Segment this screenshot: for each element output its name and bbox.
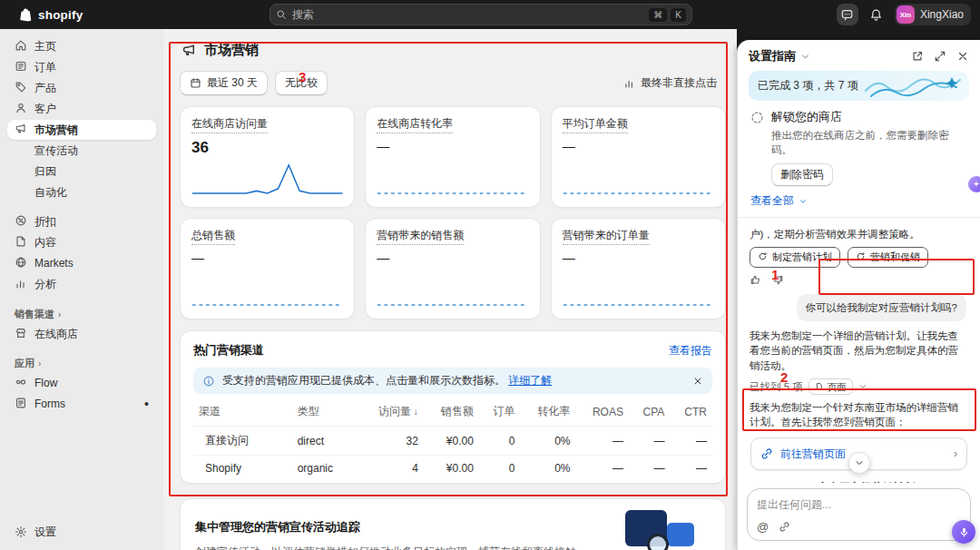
sidekick-toggle-button[interactable] xyxy=(837,4,858,25)
campaigns-promo-card: 集中管理您的营销宣传活动追踪 创建宣传活动，以评估营销举措如何推动业务目标的实现… xyxy=(180,498,726,550)
column-header[interactable]: 类型 xyxy=(292,398,359,427)
column-header[interactable]: 渠道 xyxy=(193,398,292,427)
sidebar-item-label: 设置 xyxy=(34,525,56,540)
column-header[interactable]: 销售额 xyxy=(424,398,479,427)
topbar: shopify 搜索 ⌘K Xin XingXiao xyxy=(0,0,980,29)
column-header[interactable]: CTR xyxy=(670,398,712,427)
date-range-button[interactable]: 最近 30 天 xyxy=(180,71,268,95)
sidebar-item-discounts[interactable]: 折扣 xyxy=(7,211,156,231)
remove-password-button[interactable]: 删除密码 xyxy=(771,163,833,186)
notifications-button[interactable] xyxy=(866,4,887,25)
suggestion-chip[interactable]: 营销和促销 xyxy=(848,247,928,268)
column-header[interactable]: 访问量 ↓ xyxy=(359,398,424,427)
banner-text: 受支持的营销应用现已提供成本、点击量和展示次数指标。 详细了解 xyxy=(222,373,552,388)
sidebar-item-orders[interactable]: 订单 xyxy=(7,57,156,77)
sidebar-item-label: 内容 xyxy=(34,235,56,250)
metric-card: 在线商店转化率— xyxy=(365,106,540,208)
sidebar-item-marketing[interactable]: 市场营销 xyxy=(7,120,156,140)
task-unlock-store[interactable]: 解锁您的商店 推出您的在线商店之前，您需要删除密码。 删除密码 xyxy=(738,101,980,186)
view-report-link[interactable]: 查看报告 xyxy=(669,343,712,358)
metric-title: 平均订单金额 xyxy=(563,116,628,133)
sidebar-item-flow[interactable]: Flow xyxy=(7,373,156,393)
sidebar-item-automations[interactable]: 自动化 xyxy=(7,182,156,202)
attach-link-icon[interactable] xyxy=(779,521,790,533)
close-panel-icon[interactable] xyxy=(956,50,969,63)
top-channels-card: 热门营销渠道 查看报告 受支持的营销应用现已提供成本、点击量和展示次数指标。 详… xyxy=(180,330,726,484)
column-header[interactable]: ROAS xyxy=(576,398,629,427)
megaphone-icon xyxy=(181,43,197,58)
link-icon xyxy=(760,447,773,460)
table-row[interactable]: 直接访问direct32¥0.0000%——— xyxy=(193,427,712,456)
global-search-input[interactable]: 搜索 ⌘K xyxy=(270,4,692,25)
sidebar-item-analytics[interactable]: 分析 xyxy=(7,274,156,294)
open-in-new-icon[interactable] xyxy=(911,50,924,63)
comparison-button[interactable]: 无比较 xyxy=(275,71,328,95)
search-result-summary[interactable]: 已找到 5 项 页面 xyxy=(750,378,968,396)
voice-input-button[interactable] xyxy=(952,520,975,544)
brand-wordmark: shopify xyxy=(38,8,83,22)
sidebar-item-label: 主页 xyxy=(34,39,56,54)
sidebar-section-apps[interactable]: 应用› xyxy=(7,353,156,373)
sidebar-item-label: 市场营销 xyxy=(34,123,78,138)
user-menu[interactable]: Xin XingXiao xyxy=(895,4,971,25)
markets-icon xyxy=(15,256,27,271)
table-cell: ¥0.00 xyxy=(424,427,479,456)
sidebar-item-label: 客户 xyxy=(34,102,56,117)
sidebar-item-products[interactable]: 产品 xyxy=(7,78,156,98)
sidebar-item-customers[interactable]: 客户 xyxy=(7,99,156,119)
sidebar-item-markets[interactable]: Markets xyxy=(7,253,156,273)
metric-card: 平均订单金额— xyxy=(551,106,726,208)
main-content: 市场营销 最近 30 天 无比较 最终非直接点击 在线商店访问量36在线商店转化… xyxy=(163,29,737,550)
promo-body: 创建宣传活动，以评估营销举措如何推动业务目标的实现。捕获在线和离线接触点，从多个… xyxy=(195,544,585,550)
shopify-logo[interactable]: shopify xyxy=(9,7,163,23)
column-header[interactable]: CPA xyxy=(629,398,670,427)
chevron-down-icon[interactable] xyxy=(800,52,810,62)
column-header[interactable]: 转化率 xyxy=(521,398,576,427)
thumbs-down-icon[interactable] xyxy=(772,274,784,286)
table-cell: 0 xyxy=(479,427,521,456)
shopify-admin: shopify 搜索 ⌘K Xin XingXiao 主页订单产品客户市场营销宣… xyxy=(0,0,980,550)
attribution-label: 最终非直接点击 xyxy=(641,75,717,91)
scroll-to-bottom-button[interactable] xyxy=(848,452,870,474)
metric-title: 总销售额 xyxy=(191,228,235,245)
chevron-down-icon xyxy=(854,457,865,468)
expand-icon[interactable] xyxy=(934,50,946,63)
suggestion-chip[interactable]: 制定营销计划 xyxy=(750,247,840,268)
mention-button[interactable]: @ xyxy=(757,520,769,534)
info-banner: 受支持的营销应用现已提供成本、点击量和展示次数指标。 详细了解 xyxy=(193,368,712,394)
sidebar-item-label: Forms xyxy=(34,398,65,410)
sidebar-item-forms[interactable]: Forms• xyxy=(7,394,156,414)
refresh-icon xyxy=(856,251,866,263)
chevron-down-icon xyxy=(799,197,808,206)
metric-value: 36 xyxy=(191,139,343,157)
table-row[interactable]: Shopifyorganic4¥0.0000%——— xyxy=(193,456,712,482)
learn-more-link[interactable]: 详细了解 xyxy=(508,374,552,387)
task-description: 推出您的在线商店之前，您需要删除密码。 xyxy=(771,128,966,157)
sidebar-item-home[interactable]: 主页 xyxy=(7,36,156,56)
chevron-right-icon: › xyxy=(954,449,957,458)
column-header[interactable]: 订单 xyxy=(479,398,521,427)
metric-sparkline xyxy=(191,271,343,311)
analytics-icon xyxy=(15,277,27,292)
chat-composer[interactable]: 提出任何问题... @ xyxy=(747,488,971,541)
sidebar-item-online-store[interactable]: 在线商店 xyxy=(7,324,156,344)
attribution-model-button[interactable]: 最终非直接点击 xyxy=(614,72,726,94)
metric-sparkline xyxy=(377,160,528,200)
banner-close-icon[interactable] xyxy=(692,376,703,387)
sidebar-item-content[interactable]: 内容 xyxy=(7,232,156,252)
sidebar-item-campaigns[interactable]: 宣传活动 xyxy=(7,141,156,161)
sidekick-avatar[interactable] xyxy=(966,174,980,194)
sidebar-section-sales-channels[interactable]: 销售渠道› xyxy=(7,304,156,324)
sidebar-item-settings[interactable]: 设置 xyxy=(7,522,156,542)
sidebar-item-attribution[interactable]: 归因 xyxy=(7,162,156,182)
channel-name: 直接访问 xyxy=(199,433,287,448)
view-all-link[interactable]: 查看全部 xyxy=(738,186,980,218)
table-cell: — xyxy=(629,456,670,482)
sort-descending-icon: ↓ xyxy=(411,407,418,417)
table-cell: 0% xyxy=(521,427,576,456)
sidebar-item-label: 产品 xyxy=(34,81,56,96)
thumbs-up-icon[interactable] xyxy=(750,274,761,286)
notification-dot: • xyxy=(144,399,149,408)
chat-input[interactable]: 提出任何问题... xyxy=(757,497,961,513)
waves-illustration xyxy=(864,72,965,101)
